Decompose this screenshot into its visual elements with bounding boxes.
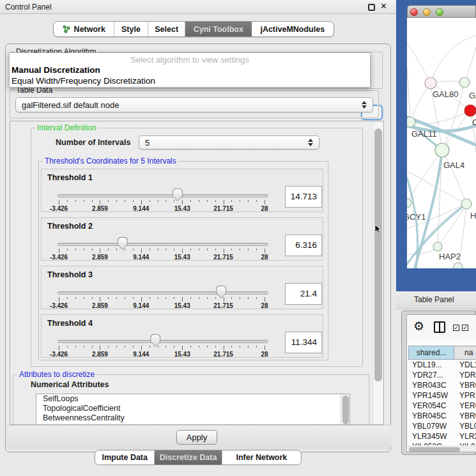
tab-style[interactable]: Style [114, 22, 149, 36]
column-layout-icon[interactable] [434, 321, 445, 333]
threshold-1-slider[interactable]: -3.4262.8599.14415.4321.71528 [42, 169, 323, 211]
tick-mark [190, 297, 191, 299]
table-row[interactable]: YBR043CYBR0 [408, 380, 476, 390]
cell-shared-name[interactable]: YIL052C [408, 441, 454, 445]
zoom-traffic-light-icon[interactable] [436, 8, 443, 16]
threshold-1-value[interactable]: 14.713 [285, 186, 322, 208]
cell-name[interactable]: YLR3 [454, 431, 476, 441]
graph-node[interactable] [407, 199, 411, 208]
scale-label: -3.426 [50, 254, 68, 261]
table-row[interactable]: YBL079WYBL0 [408, 421, 476, 431]
table-row[interactable]: YDL19...YDL1 [408, 360, 476, 370]
cell-name[interactable]: YDL1 [454, 360, 476, 370]
cell-name[interactable]: YBL0 [454, 421, 476, 431]
tab-cyni-toolbox[interactable]: Cyni Toolbox [185, 22, 252, 36]
algorithm-option-equal-width[interactable]: Equal Width/Frequency Discretization [12, 76, 155, 86]
network-canvas[interactable]: GAL80GACGAL11GAL4GCY1HHAP2 [407, 18, 476, 268]
number-of-intervals-combobox[interactable]: 5 [139, 135, 319, 150]
cell-shared-name[interactable]: YBL079W [408, 421, 454, 431]
cell-shared-name[interactable]: YPR145W [408, 390, 454, 401]
cell-shared-name[interactable]: YER054C [408, 401, 454, 411]
threshold-2-value[interactable]: 6.316 [285, 234, 322, 256]
slider-thumb[interactable] [216, 286, 226, 298]
attribute-list-item[interactable]: BetweennessCentrality [36, 413, 349, 423]
table-row[interactable]: YPR145WYPR1 [408, 390, 476, 401]
threshold-2-slider[interactable]: -3.4262.8599.14415.4321.71528 [42, 218, 323, 260]
slider-track[interactable] [58, 243, 268, 246]
slider-track[interactable] [58, 194, 268, 197]
tab-select[interactable]: Select [148, 22, 185, 36]
table-row[interactable]: YER054CYER0 [408, 401, 476, 411]
tab-discretize-data[interactable]: Discretize Data [155, 450, 222, 464]
tab-impute-data[interactable]: Impute Data [95, 450, 155, 464]
graph-node[interactable] [433, 242, 442, 251]
threshold-3-slider[interactable]: -3.4262.8599.14415.4321.71528 [42, 266, 323, 309]
settings-vertical-scrollbar[interactable] [372, 122, 383, 425]
slider-track[interactable] [58, 340, 268, 343]
graph-node[interactable] [454, 263, 463, 268]
table-row[interactable]: YIL052CYIL0 [408, 441, 476, 445]
slider-thumb[interactable] [150, 334, 160, 347]
combobox-arrows-icon [361, 101, 367, 109]
tab-infer-network[interactable]: Infer Network [222, 450, 301, 464]
algorithm-option-manual[interactable]: Manual Discretization [12, 65, 100, 75]
scrollbar-thumb[interactable] [374, 128, 382, 381]
scrollbar-thumb[interactable] [342, 395, 349, 424]
cell-name[interactable]: YPR1 [454, 390, 476, 401]
graph-node[interactable] [461, 199, 472, 209]
tab-jactivemnodules[interactable]: jActiveMNodules [252, 22, 334, 36]
tab-network[interactable]: Network [54, 22, 114, 36]
tick-mark [256, 249, 257, 250]
tick-mark [141, 249, 142, 253]
tick-mark [84, 200, 84, 202]
graph-node[interactable] [459, 77, 470, 88]
cell-name[interactable]: YBR0 [454, 411, 476, 421]
column-header-name[interactable]: na [454, 346, 476, 360]
table-row[interactable]: YBR045CYBR0 [408, 411, 476, 421]
slider-thumb[interactable] [118, 237, 128, 250]
checkbox-icon[interactable]: ✓ [462, 325, 468, 331]
threshold-3-value[interactable]: 21.4 [285, 283, 322, 305]
tick-mark [141, 200, 142, 204]
cell-shared-name[interactable]: YDL19... [408, 360, 454, 370]
table-row[interactable]: YDR27...YDR2 [408, 370, 476, 380]
threshold-4-slider[interactable]: -3.4262.8599.14415.4321.71528 [42, 315, 323, 357]
slider-track[interactable] [58, 291, 268, 295]
slider-thumb[interactable] [173, 188, 183, 201]
tick-mark [133, 200, 134, 202]
column-header-shared-name[interactable]: shared... [408, 346, 454, 360]
cell-shared-name[interactable]: YDR27... [408, 370, 454, 380]
attributes-list-scrollbar[interactable] [341, 394, 349, 424]
tick-mark [240, 249, 240, 250]
scale-label: 28 [261, 205, 268, 212]
cell-shared-name[interactable]: YBR045C [408, 411, 454, 421]
gear-icon[interactable]: ⚙ [413, 319, 424, 333]
close-icon[interactable]: ✕ [380, 1, 387, 11]
numerical-attributes-list[interactable]: SelfLoopsTopologicalCoefficientBetweenne… [36, 394, 350, 425]
close-traffic-light-icon[interactable] [410, 8, 418, 16]
cell-name[interactable]: YER0 [454, 401, 476, 411]
network-window-titlebar[interactable] [407, 5, 476, 18]
tick-mark [108, 200, 109, 202]
graph-node[interactable] [435, 143, 449, 157]
attribute-list-item[interactable]: SelfLoops [36, 394, 349, 404]
graph-node[interactable] [407, 117, 415, 127]
scrollbar-thumb[interactable] [409, 447, 460, 452]
apply-button[interactable]: Apply [176, 430, 217, 445]
tick-mark [182, 346, 183, 350]
minimize-traffic-light-icon[interactable] [423, 8, 431, 16]
table-data-combobox[interactable]: galFiltered.sif default node [15, 97, 373, 112]
cell-shared-name[interactable]: YBR043C [408, 380, 454, 390]
table-horizontal-scrollbar[interactable] [408, 446, 476, 452]
threshold-4-value[interactable]: 11.344 [285, 332, 322, 353]
graph-node[interactable] [464, 105, 476, 116]
checkbox-icon[interactable]: ✓ [453, 325, 459, 331]
attribute-list-item[interactable]: TopologicalCoefficient [36, 404, 349, 413]
cell-shared-name[interactable]: YLR345W [408, 431, 454, 441]
cell-name[interactable]: YBR0 [454, 380, 476, 390]
float-window-icon[interactable] [368, 4, 375, 11]
table-row[interactable]: YLR345WYLR3 [408, 431, 476, 441]
cell-name[interactable]: YDR2 [454, 370, 476, 380]
graph-node[interactable] [425, 77, 436, 89]
cell-name[interactable]: YIL0 [454, 441, 476, 445]
